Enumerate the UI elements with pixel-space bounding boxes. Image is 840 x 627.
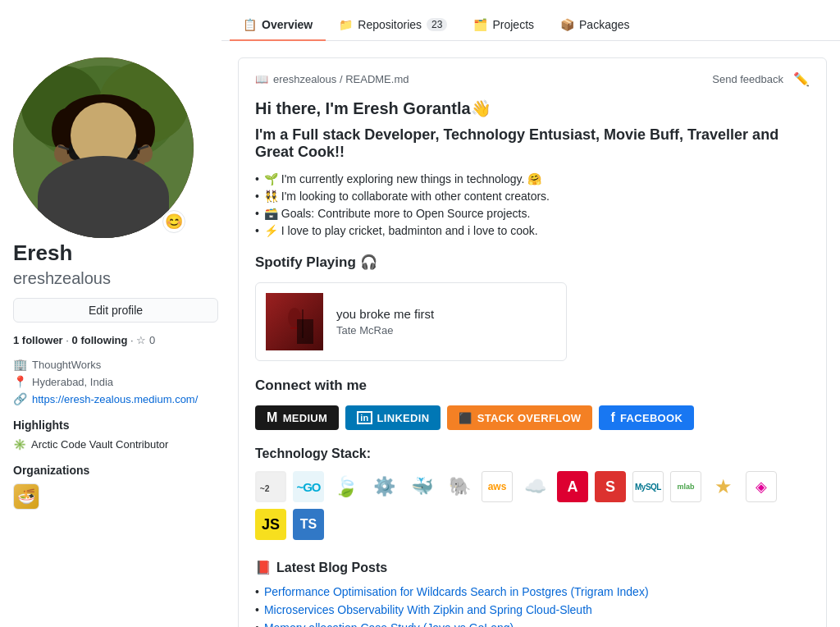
- svg-rect-13: [69, 142, 98, 160]
- tech-icons: ~2 ~GO 🍃 ⚙️ 🐳 🐘 aws ☁️ A: [255, 471, 810, 540]
- readme-filename: 📖 ereshzealous / README.md: [255, 73, 409, 85]
- linkedin-button[interactable]: in LINKEDIN: [345, 405, 441, 430]
- svg-point-19: [115, 144, 125, 150]
- connect-heading: Connect with me: [255, 378, 810, 394]
- medium-button[interactable]: M MEDIUM: [255, 405, 339, 430]
- blog-link-2[interactable]: Memory allocation Case Study (Java vs Go…: [264, 621, 514, 627]
- svg-point-21: [94, 189, 113, 202]
- org-icon: 🍜: [17, 487, 35, 506]
- avatar: Ⓡ: [13, 57, 194, 238]
- blog-post-2: Memory allocation Case Study (Java vs Go…: [255, 621, 810, 627]
- website-link[interactable]: https://eresh-zealous.medium.com/: [32, 393, 198, 405]
- linkedin-label: LINKEDIN: [377, 412, 430, 424]
- followers-link[interactable]: 1 follower: [13, 334, 63, 346]
- readme-box: 📖 ereshzealous / README.md Send feedback…: [238, 57, 827, 627]
- tech-mongodb: mlab: [670, 471, 701, 502]
- follow-stats: 1 follower · 0 following · ☆ 0: [13, 334, 218, 346]
- tech-aws: aws: [482, 471, 513, 502]
- connect-buttons: M MEDIUM in LINKEDIN ⬛ STACK OVERFLOW f …: [255, 405, 810, 430]
- following-count: 0: [72, 334, 78, 346]
- building-icon: 🏢: [13, 358, 27, 371]
- avatar-svg: Ⓡ: [13, 57, 194, 238]
- readme-header: 📖 ereshzealous / README.md Send feedback…: [255, 71, 810, 87]
- star-icon: ☆: [136, 334, 146, 346]
- book-emoji: 📕: [255, 560, 272, 575]
- overview-icon: 📋: [243, 18, 257, 31]
- blog-heading: 📕 Latest Blog Posts: [255, 560, 810, 575]
- snowflake-icon: ✳️: [13, 438, 26, 451]
- smile-emoji: 😊: [162, 210, 185, 233]
- edit-profile-button[interactable]: Edit profile: [13, 298, 218, 323]
- medium-icon: M: [267, 410, 278, 425]
- tech-star: ★: [708, 471, 739, 502]
- tab-packages[interactable]: 📦 Packages: [547, 10, 642, 41]
- tech-graphql: ◈: [746, 471, 777, 502]
- spotify-card: you broke me first Tate McRae: [255, 282, 567, 361]
- blog-list: Performance Optimisation for Wildcards S…: [255, 585, 810, 627]
- tech-go: ~GO: [293, 471, 324, 502]
- organizations-title: Organizations: [13, 464, 218, 477]
- blog-link-1[interactable]: Microservices Observability With Zipkin …: [264, 603, 592, 616]
- packages-icon: 📦: [560, 18, 574, 31]
- readme-list: 🌱 I'm currently exploring new things in …: [255, 172, 810, 237]
- highlights-title: Highlights: [13, 419, 218, 432]
- readme-tagline: I'm a Full stack Developer, Technology E…: [255, 126, 810, 161]
- stars-count: 0: [149, 334, 155, 346]
- company-item: 🏢 ThoughtWorks: [13, 358, 218, 371]
- stackoverflow-button[interactable]: ⬛ STACK OVERFLOW: [447, 405, 592, 430]
- facebook-button[interactable]: f FACEBOOK: [599, 405, 694, 430]
- profile-username: ereshzealous: [13, 269, 218, 288]
- svg-text:~2: ~2: [260, 484, 270, 493]
- org-avatar: 🍜: [13, 483, 39, 510]
- readme-filename-text: ereshzealous / README.md: [273, 73, 409, 85]
- song-title: you broke me first: [336, 307, 434, 321]
- location-text: Hyderabad, India: [32, 376, 113, 388]
- avatar-container: Ⓡ 😊: [13, 57, 194, 238]
- album-art-svg: [266, 293, 323, 350]
- book-icon: 📖: [255, 73, 268, 85]
- tech-spring: 🍃: [331, 471, 362, 502]
- tech-docker: 🐳: [406, 471, 437, 502]
- highlight-text: Arctic Code Vault Contributor: [31, 438, 168, 451]
- location-item: 📍 Hyderabad, India: [13, 375, 218, 388]
- song-artist: Tate McRae: [336, 324, 434, 336]
- readme-bullet-0: 🌱 I'm currently exploring new things in …: [255, 172, 810, 185]
- stackoverflow-icon: ⬛: [459, 412, 472, 424]
- tab-overview[interactable]: 📋 Overview: [230, 10, 326, 41]
- facebook-label: FACEBOOK: [620, 412, 682, 424]
- spotify-heading: Spotify Playing 🎧: [255, 254, 810, 271]
- svg-rect-5: [91, 172, 116, 193]
- svg-rect-14: [109, 142, 138, 160]
- readme-actions: Send feedback ✏️: [712, 71, 810, 87]
- readme-bullet-3: ⚡ I love to play cricket, badminton and …: [255, 224, 810, 237]
- readme-bullet-2: 🗃️ Goals: Contribute more to Open Source…: [255, 207, 810, 220]
- tech-mysql: MySQL: [632, 471, 664, 502]
- profile-meta: 🏢 ThoughtWorks 📍 Hyderabad, India 🔗 http…: [13, 358, 218, 405]
- followers-count: 1: [13, 334, 19, 346]
- tech-cloud: ☁️: [519, 471, 550, 502]
- tab-projects[interactable]: 🗂️ Projects: [460, 10, 547, 41]
- sidebar: Ⓡ 😊 Eresh ereshzealous Edit profile 1 fo…: [13, 57, 218, 627]
- top-nav: 📋 Overview 📁 Repositories 23 🗂️ Projects…: [221, 0, 840, 41]
- svg-rect-26: [290, 327, 299, 329]
- tab-repositories-label: Repositories: [358, 18, 422, 31]
- svg-point-6: [71, 179, 136, 212]
- send-feedback-button[interactable]: Send feedback: [712, 73, 783, 85]
- repositories-badge: 23: [427, 18, 447, 31]
- projects-icon: 🗂️: [473, 18, 487, 31]
- link-icon: 🔗: [13, 392, 27, 405]
- linkedin-icon: in: [357, 411, 372, 424]
- main-layout: Ⓡ 😊 Eresh ereshzealous Edit profile 1 fo…: [0, 41, 840, 627]
- svg-point-18: [74, 144, 84, 150]
- blog-link-0[interactable]: Performance Optimisation for Wildcards S…: [264, 585, 649, 598]
- following-link[interactable]: 0 following: [72, 334, 128, 346]
- svg-point-4: [42, 168, 165, 238]
- facebook-icon: f: [610, 410, 615, 425]
- tab-repositories[interactable]: 📁 Repositories 23: [326, 10, 460, 41]
- medium-label: MEDIUM: [283, 412, 328, 424]
- tech-javascript: JS: [255, 509, 286, 540]
- blog-post-0: Performance Optimisation for Wildcards S…: [255, 585, 810, 598]
- edit-readme-icon[interactable]: ✏️: [793, 71, 810, 87]
- tab-packages-label: Packages: [579, 18, 629, 31]
- company-name: ThoughtWorks: [32, 359, 101, 371]
